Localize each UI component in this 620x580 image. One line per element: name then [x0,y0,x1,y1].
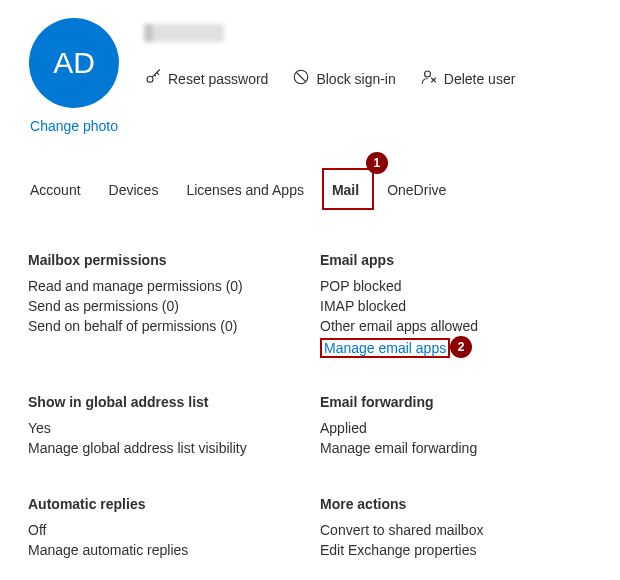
change-photo-link[interactable]: Change photo [30,118,118,134]
tab-devices[interactable]: Devices [109,178,159,202]
forwarding-value: Applied [320,420,596,436]
key-icon [144,68,162,89]
email-apps-title: Email apps [320,252,596,268]
forwarding-title: Email forwarding [320,394,596,410]
block-signin-label: Block sign-in [316,71,395,87]
auto-replies-title: Automatic replies [28,496,304,512]
section-mailbox-permissions: Mailbox permissions Read and manage perm… [28,252,304,358]
tabs: Account Devices Licenses and Apps Mail 1… [24,178,596,202]
read-manage-permissions-link[interactable]: Read and manage permissions (0) [28,278,304,294]
tab-onedrive[interactable]: OneDrive [387,178,446,202]
send-on-behalf-permissions-link[interactable]: Send on behalf of permissions (0) [28,318,304,334]
section-email-apps: Email apps POP blocked IMAP blocked Othe… [320,252,596,358]
section-auto-replies: Automatic replies Off Manage automatic r… [28,496,304,562]
send-as-permissions-link[interactable]: Send as permissions (0) [28,298,304,314]
edit-exchange-properties-link[interactable]: Edit Exchange properties [320,542,596,558]
block-icon [292,68,310,89]
auto-replies-value: Off [28,522,304,538]
person-delete-icon [420,68,438,89]
reset-password-label: Reset password [168,71,268,87]
manage-email-apps-link[interactable]: Manage email apps [320,338,450,358]
delete-user-label: Delete user [444,71,516,87]
tab-licenses[interactable]: Licenses and Apps [186,178,304,202]
section-forwarding: Email forwarding Applied Manage email fo… [320,394,596,460]
reset-password-button[interactable]: Reset password [144,68,268,89]
gal-title: Show in global address list [28,394,304,410]
gal-value: Yes [28,420,304,436]
block-signin-button[interactable]: Block sign-in [292,68,395,89]
annotation-callout-1: 1 [366,152,388,174]
user-display-name [144,24,596,48]
user-header: AD Change photo Reset password Block sig… [24,18,596,134]
pop-status: POP blocked [320,278,596,294]
tab-mail[interactable]: Mail [332,178,359,202]
action-bar: Reset password Block sign-in Delete user [144,68,596,89]
more-actions-title: More actions [320,496,596,512]
delete-user-button[interactable]: Delete user [420,68,516,89]
section-gal: Show in global address list Yes Manage g… [28,394,304,460]
avatar-column: AD Change photo [24,18,124,134]
other-apps-status: Other email apps allowed [320,318,596,334]
section-more-actions: More actions Convert to shared mailbox E… [320,496,596,562]
manage-gal-link[interactable]: Manage global address list visibility [28,440,304,456]
manage-forwarding-link[interactable]: Manage email forwarding [320,440,596,456]
convert-shared-mailbox-link[interactable]: Convert to shared mailbox [320,522,596,538]
mailbox-permissions-title: Mailbox permissions [28,252,304,268]
avatar: AD [29,18,119,108]
mail-content: Mailbox permissions Read and manage perm… [24,252,596,562]
redacted-name [144,24,224,42]
annotation-callout-2: 2 [450,336,472,358]
manage-auto-replies-link[interactable]: Manage automatic replies [28,542,304,558]
imap-status: IMAP blocked [320,298,596,314]
tab-account[interactable]: Account [30,178,81,202]
svg-point-2 [424,71,430,77]
header-right: Reset password Block sign-in Delete user [144,18,596,89]
